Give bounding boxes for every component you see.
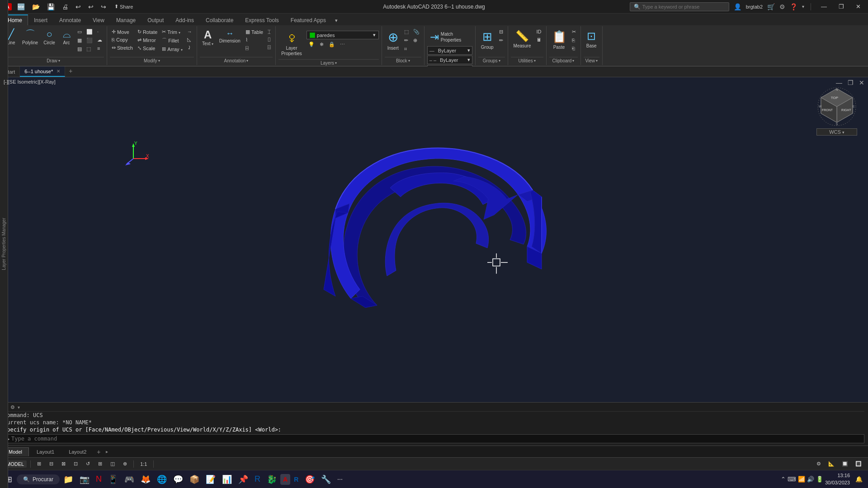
trim-button[interactable]: ✂ Trim ▾ (160, 28, 184, 36)
viewport[interactable]: [-][SE Isometric][X-Ray] — ❐ ✕ Y (0, 77, 868, 402)
anno-extra5[interactable]: ⌹ (266, 43, 273, 51)
viewport-maximize-button[interactable]: ❐ (846, 78, 855, 87)
copy-to-clipboard-button[interactable]: ⎘ (570, 37, 578, 44)
text-button[interactable]: A Text ▾ (200, 28, 216, 47)
windows-search[interactable]: 🔍 Procurar (17, 474, 60, 484)
layer-more-button[interactable]: ⋯ (338, 41, 347, 48)
fillet-button[interactable]: ⌒ Fillet (160, 36, 184, 45)
restore-button[interactable]: ❐ (835, 1, 848, 12)
circle-button[interactable]: ○ Circle (41, 28, 57, 47)
rectangle-button[interactable]: ▭ (75, 28, 84, 36)
viewport-minimize-button[interactable]: — (834, 78, 844, 87)
taskbar-beast[interactable]: 🐉 (264, 473, 279, 486)
layer-toggle-button[interactable]: 💡 (307, 41, 316, 48)
dimension-button[interactable]: ↔ Dimension (217, 28, 243, 45)
tray-chevron[interactable]: ⌃ (781, 476, 786, 483)
taskbar-excel[interactable]: 📊 (219, 473, 235, 486)
tab-layout1[interactable]: Layout1 (30, 447, 61, 456)
chamfer-button[interactable]: ◺ (185, 36, 194, 43)
layer-freeze-button[interactable]: ❄ (318, 41, 326, 48)
search-input[interactable] (642, 4, 724, 9)
taskbar-discord[interactable]: 🎮 (122, 473, 137, 486)
insert-block-button[interactable]: ⊕ Insert (385, 28, 401, 52)
base-view-button[interactable]: ⊡ Base (584, 28, 599, 50)
ortho-toggle-button[interactable]: ⊠ (59, 460, 68, 468)
gradient-button[interactable]: ▤ (75, 45, 84, 53)
wipeout-button[interactable]: ⬚ (85, 45, 94, 53)
break-button[interactable]: ⤸ (185, 44, 194, 52)
taskbar-revit[interactable]: R (252, 473, 263, 486)
scale-button[interactable]: ⤡ Scale (136, 44, 159, 52)
grid-toggle-button[interactable]: ⊞ (34, 460, 44, 468)
hatch-button[interactable]: ▦ (75, 37, 84, 44)
add-layout-button[interactable]: + (94, 447, 103, 456)
isolate-objects-button[interactable]: 🔳 (853, 460, 864, 468)
lineweight-toggle-button[interactable]: ⊕ (120, 460, 130, 468)
paste-button[interactable]: 📋 Paste (549, 28, 569, 52)
tray-network[interactable]: 📶 (798, 476, 805, 483)
copy-button[interactable]: ⎘ Copy (110, 36, 135, 43)
command-options-button[interactable]: ⚙ (10, 404, 15, 410)
taskbar-teams[interactable]: 💬 (170, 473, 186, 486)
tray-keyboard[interactable]: ⌨ (788, 476, 796, 483)
anno-extra1[interactable]: ⌇ (244, 36, 265, 44)
tab-more[interactable]: ▾ (332, 15, 341, 25)
tab-manage[interactable]: Manage (110, 15, 142, 25)
system-clock[interactable]: 13:16 30/03/2023 (825, 472, 854, 486)
open-file-button[interactable]: 📂 (30, 2, 42, 11)
groups-group-label[interactable]: Groups ▾ (478, 57, 505, 64)
tab-current-drawing[interactable]: 6--1 uhouse* ✕ (20, 66, 65, 77)
create-block-button[interactable]: ⬚ (402, 28, 410, 36)
tab-insert[interactable]: Insert (28, 15, 53, 25)
anno-extra4[interactable]: ⌷ (266, 36, 273, 43)
taskbar-whatsapp[interactable]: 📱 (105, 473, 121, 486)
arc-button[interactable]: ⌓ Arc (58, 28, 75, 47)
taskbar-camera[interactable]: 📷 (77, 473, 92, 486)
color-dropdown[interactable]: — ByLayer ▾ (427, 46, 472, 55)
array-button[interactable]: ⊞ Array ▾ (160, 45, 184, 53)
revision-button[interactable]: ☁ (95, 36, 104, 44)
id-button[interactable]: ID (535, 28, 543, 35)
help-icon[interactable]: ❓ (790, 3, 797, 10)
close-drawing-tab[interactable]: ✕ (57, 69, 60, 74)
draw-group-label[interactable]: Draw ▾ (3, 57, 104, 64)
table-button[interactable]: ▦ Table (244, 28, 265, 36)
minimize-button[interactable]: — (817, 1, 830, 12)
annotation-scale-button[interactable]: 1:1 (137, 460, 150, 468)
taskbar-netflix[interactable]: N (93, 473, 104, 486)
taskbar-revit2[interactable]: R (291, 474, 301, 485)
settings-icon[interactable]: ⚙ (779, 3, 785, 10)
define-attributes-button[interactable]: ⌗ (402, 45, 410, 53)
viewcube[interactable]: TOP RIGHT FRONT N E S W WCS ▾ (816, 86, 857, 136)
redo-button[interactable]: ↪ (99, 2, 108, 11)
polyline-button[interactable]: ⌒ Polyline (20, 28, 40, 47)
tray-notification[interactable]: 🔔 (855, 476, 863, 483)
taskbar-manage[interactable]: 🔧 (318, 473, 334, 486)
command-dropdown[interactable]: ▾ (18, 405, 20, 410)
rotate-button[interactable]: ↻ Rotate (136, 28, 159, 36)
region-button[interactable]: ⬛ (85, 37, 94, 44)
cut-button[interactable]: ✂ (570, 28, 578, 36)
save-button[interactable]: 💾 (45, 2, 57, 11)
print-button[interactable]: 🖨 (60, 2, 70, 11)
tab-featured[interactable]: Featured Apps (285, 15, 332, 25)
anno-extra3[interactable]: ⌶ (266, 28, 273, 35)
block-extra1[interactable]: ⊕ (411, 37, 421, 44)
edit-block-button[interactable]: ✏ (402, 37, 410, 44)
layer-dropdown[interactable]: paredes ▾ (307, 31, 379, 39)
dynamic-input-button[interactable]: ◫ (108, 460, 118, 468)
command-input[interactable] (11, 436, 862, 442)
utilities-group-label[interactable]: Utilities ▾ (511, 57, 543, 64)
tab-layout2[interactable]: Layout2 (62, 447, 93, 456)
tab-addins[interactable]: Add-ins (170, 15, 200, 25)
tab-output[interactable]: Output (142, 15, 170, 25)
taskbar-target[interactable]: 🎯 (302, 473, 317, 486)
taskbar-more[interactable]: ⋯ (335, 474, 345, 484)
taskbar-edge[interactable]: 🌐 (154, 473, 170, 486)
share-button[interactable]: ⬆ Share (112, 3, 136, 10)
anno-extra2[interactable]: ⌸ (244, 44, 265, 52)
tray-volume[interactable]: 🔊 (807, 476, 814, 483)
undo2-button[interactable]: ↩ (86, 2, 95, 11)
taskbar-explorer[interactable]: 📁 (61, 473, 76, 486)
chevron-icon[interactable]: ▾ (802, 4, 804, 9)
